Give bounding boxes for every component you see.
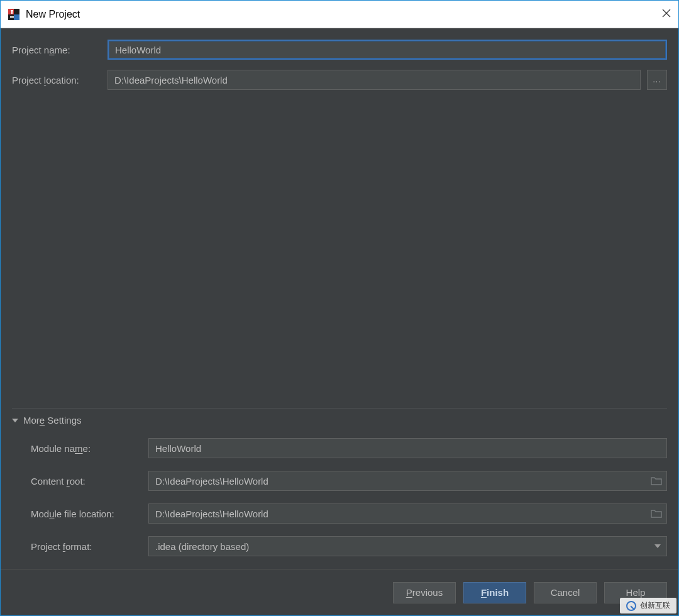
project-format-label: Project format:	[31, 541, 141, 552]
content-root-row: Content root:	[31, 471, 667, 491]
title-bar: New Project	[1, 1, 678, 28]
intellij-icon	[8, 9, 19, 20]
folder-icon	[651, 509, 662, 518]
window-title: New Project	[26, 9, 662, 20]
folder-icon	[651, 476, 662, 485]
chevron-down-icon	[12, 419, 18, 422]
project-name-row: Project name:	[12, 40, 667, 60]
project-format-value[interactable]	[148, 536, 667, 556]
svg-rect-1	[8, 9, 14, 14]
module-file-location-input[interactable]	[148, 503, 667, 524]
cancel-button[interactable]: Cancel	[534, 582, 597, 603]
svg-rect-5	[11, 10, 13, 14]
module-file-location-label: Module file location:	[31, 509, 141, 519]
previous-button[interactable]: Previous	[393, 582, 456, 603]
chevron-down-icon	[654, 544, 661, 548]
finish-button[interactable]: Finish	[463, 582, 526, 603]
dialog-content: Project name: Project location: ... More…	[1, 28, 678, 569]
dialog-footer: Previous Finish Cancel Help	[1, 569, 678, 615]
svg-rect-2	[14, 14, 19, 20]
close-icon	[662, 9, 671, 18]
module-name-row: Module name:	[31, 438, 667, 458]
help-button[interactable]: Help	[604, 582, 667, 603]
svg-rect-3	[10, 16, 14, 18]
content-root-label: Content root:	[31, 476, 141, 487]
module-name-label: Module name:	[31, 443, 141, 454]
close-button[interactable]	[662, 9, 671, 19]
project-location-row: Project location: ...	[12, 70, 667, 90]
module-name-input[interactable]	[148, 438, 667, 458]
project-name-label: Project name:	[12, 45, 100, 55]
project-location-input[interactable]	[108, 70, 641, 90]
project-format-row: Project format:	[31, 536, 667, 556]
project-format-select[interactable]	[148, 536, 667, 556]
project-name-input[interactable]	[108, 40, 667, 60]
more-settings-toggle[interactable]: More Settings	[12, 408, 667, 426]
content-root-input[interactable]	[148, 471, 667, 491]
project-location-label: Project location:	[12, 75, 100, 85]
browse-location-button[interactable]: ...	[647, 70, 667, 90]
module-file-location-row: Module file location:	[31, 503, 667, 524]
